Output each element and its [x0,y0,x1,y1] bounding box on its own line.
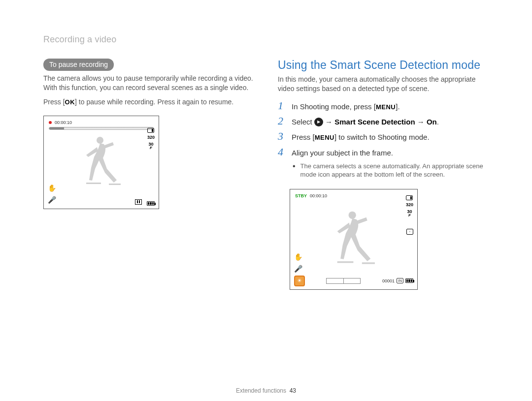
stby-label: STBY [295,193,307,198]
text-fragment: ] to pause while recording. Press it aga… [75,98,233,106]
scene-mode-badge-icon: ☀ [294,276,305,286]
storage-card-icon [406,195,413,200]
elapsed-time: 00:00:10 [310,193,327,198]
bold-text: Smart Scene Detection [334,118,415,126]
text-fragment: Select [292,118,314,126]
smart-scene-intro: In this mode, your camera automatically … [278,75,492,93]
shot-counter: 00001 [382,278,395,283]
mic-icon: 🎤 [294,265,302,273]
svg-point-0 [97,137,103,144]
battery-icon [147,201,155,206]
step-number: 3 [278,131,287,142]
page-number: 43 [290,387,296,394]
storage-card-icon [147,128,154,133]
step-3: 3 Press [MENU] to switch to Shooting mod… [278,131,492,142]
step-4-bullet: • The camera selects a scene automatical… [293,162,492,179]
svg-point-3 [348,212,356,219]
text-fragment: ]. [396,102,399,111]
pause-instruction: Press [OK] to pause while recording. Pre… [43,97,257,107]
scene-indicator-small-icon: ▫ [406,229,413,235]
text-fragment: . [437,118,439,126]
page-footer: Extended functions 43 [0,387,532,394]
text-fragment: Press [ [292,133,315,141]
camera-screen-stby: STBY 00:00:10 320 30 F ▫ ✋ 🎤 [290,189,418,290]
pause-recording-pill: To pause recording [43,59,114,71]
bullet-dot-icon: • [293,162,296,179]
right-column: Using the Smart Scene Detection mode In … [278,59,492,290]
battery-icon [405,278,413,283]
bullet-text: The camera selects a scene automatically… [300,162,492,179]
elapsed-time: 00:00:10 [55,120,72,125]
step-1: 1 In Shooting mode, press [MENU]. [278,100,492,112]
internal-storage-badge: IN [397,278,403,283]
menu-label: MENU [376,103,396,111]
menu-label: MENU [315,134,334,141]
text-fragment: In Shooting mode, press [ [292,102,376,111]
record-progress-bar [49,127,154,130]
resolution-indicator: 320 [147,135,155,140]
step-2: 2 Select ▶ → Smart Scene Detection → On. [278,116,492,127]
left-column: To pause recording The camera allows you… [43,59,257,290]
stabilization-icon: ✋ [48,184,56,192]
step-number: 2 [278,116,287,126]
text-fragment: Press [ [43,98,65,106]
video-mode-icon: ▶ [314,118,323,126]
smart-scene-heading: Using the Smart Scene Detection mode [278,59,492,72]
ok-label: OK [65,98,75,106]
bold-text: On [427,118,437,126]
step-number: 4 [278,147,287,157]
camera-screen-recording: 00:00:10 320 30 F ✋ 🎤 [43,116,159,209]
step-number: 1 [278,100,287,111]
step-text: Align your subject in the frame. [292,148,393,158]
step-4: 4 Align your subject in the frame. [278,147,492,158]
svg-rect-4 [337,261,353,263]
skater-silhouette-icon [324,208,378,267]
text-fragment: ] to switch to Shooting mode. [334,133,430,141]
skater-silhouette-icon [74,133,124,187]
pause-description: The camera allows you to pause temporari… [43,74,257,93]
svg-rect-1 [86,183,101,184]
resolution-indicator: 320 [406,202,413,207]
record-dot-icon [49,121,52,124]
text-fragment: → [415,118,427,126]
stabilization-icon: ✋ [294,253,302,261]
footer-section: Extended functions [236,387,286,394]
breadcrumb: Recording a video [43,34,492,45]
zoom-indicator-bar [326,278,361,284]
text-fragment: → [323,118,334,126]
svg-rect-2 [109,184,121,185]
svg-rect-5 [362,263,375,264]
